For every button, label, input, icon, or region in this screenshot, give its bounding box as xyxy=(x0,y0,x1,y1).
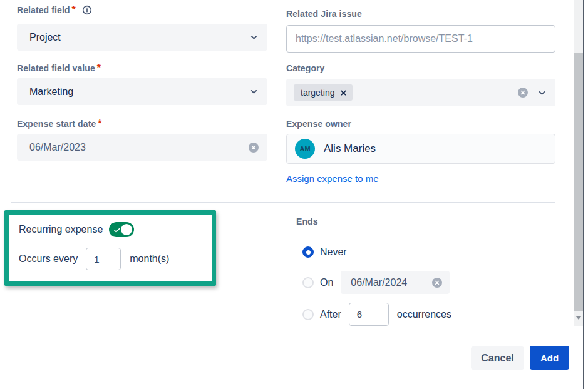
category-tag: targeting xyxy=(294,84,353,101)
toggle-knob xyxy=(121,224,132,235)
ends-option-on[interactable]: On 06/Mar/2024 xyxy=(302,271,450,294)
related-field-value-label: Related field value xyxy=(17,63,95,73)
expense-start-date-field[interactable]: 06/Mar/2023 xyxy=(17,134,267,161)
related-field-label: Related field xyxy=(17,5,70,15)
assign-expense-link[interactable]: Assign expense to me xyxy=(286,173,379,184)
related-field-value: Project xyxy=(29,32,61,43)
recurring-toggle[interactable] xyxy=(109,222,134,237)
occurs-every-row: Occurs every month(s) xyxy=(19,248,169,270)
occurrences-suffix-label: occurrences xyxy=(397,309,451,320)
on-label: On xyxy=(320,277,333,288)
scrollbar-down-arrow-icon[interactable] xyxy=(575,316,582,320)
related-jira-issue-input[interactable] xyxy=(286,25,555,53)
category-multiselect[interactable]: targeting xyxy=(286,79,555,106)
expense-start-date-label-row: Expense start date* xyxy=(17,118,102,129)
expense-owner-name: Alis Maries xyxy=(324,143,376,155)
related-field-value-value: Marketing xyxy=(29,86,73,98)
required-asterisk: * xyxy=(72,4,76,15)
related-jira-issue-label: Related Jira issue xyxy=(286,9,362,19)
expense-start-date-label: Expense start date xyxy=(17,119,96,129)
expense-owner-label: Expense owner xyxy=(286,119,351,129)
required-asterisk: * xyxy=(97,63,101,73)
related-field-value-select[interactable]: Marketing xyxy=(17,78,267,105)
occurrences-input[interactable] xyxy=(349,303,389,326)
end-date-field[interactable]: 06/Mar/2024 xyxy=(341,271,450,294)
add-button[interactable]: Add xyxy=(530,346,569,370)
clear-date-icon[interactable] xyxy=(249,143,259,153)
interval-input[interactable] xyxy=(86,248,121,270)
expense-owner-field[interactable]: AM Alis Maries xyxy=(286,134,555,164)
remove-tag-icon[interactable] xyxy=(340,89,347,96)
info-icon[interactable] xyxy=(82,5,92,18)
after-label: After xyxy=(320,309,341,320)
end-date-value: 06/Mar/2024 xyxy=(351,277,407,288)
chevron-down-icon xyxy=(249,87,259,96)
related-field-select[interactable]: Project xyxy=(17,24,267,51)
chevron-down-icon xyxy=(249,33,259,42)
related-field-value-label-row: Related field value* xyxy=(17,63,101,74)
category-field-controls xyxy=(518,88,547,98)
required-asterisk: * xyxy=(98,118,101,129)
radio-unselected-icon[interactable] xyxy=(302,309,314,320)
section-divider xyxy=(11,202,555,203)
ends-label: Ends xyxy=(296,216,318,226)
clear-end-date-icon[interactable] xyxy=(432,278,442,288)
ends-option-after[interactable]: After occurrences xyxy=(302,303,451,326)
category-label: Category xyxy=(286,63,324,73)
ends-option-never[interactable]: Never xyxy=(302,246,347,258)
interval-unit-label: month(s) xyxy=(130,253,169,265)
radio-selected-icon[interactable] xyxy=(302,246,314,258)
category-tag-label: targeting xyxy=(301,88,334,98)
cancel-button[interactable]: Cancel xyxy=(471,346,524,370)
clear-category-icon[interactable] xyxy=(518,88,528,98)
related-field-label-row: Related field* xyxy=(17,4,92,18)
chevron-down-icon[interactable] xyxy=(537,88,547,98)
occurs-every-label: Occurs every xyxy=(19,253,78,265)
avatar: AM xyxy=(295,139,315,159)
highlight-annotation-box: Recurring expense Occurs every month(s) xyxy=(4,210,216,286)
check-icon xyxy=(113,225,121,236)
recurring-expense-label: Recurring expense xyxy=(19,224,103,235)
window-right-border xyxy=(583,0,584,389)
radio-unselected-icon[interactable] xyxy=(302,277,314,288)
avatar-initials: AM xyxy=(299,145,310,153)
expense-start-date-value: 06/Mar/2023 xyxy=(29,142,86,153)
scrollbar-thumb[interactable] xyxy=(574,53,583,311)
recurring-expense-row: Recurring expense xyxy=(19,222,134,237)
never-label: Never xyxy=(320,246,347,258)
